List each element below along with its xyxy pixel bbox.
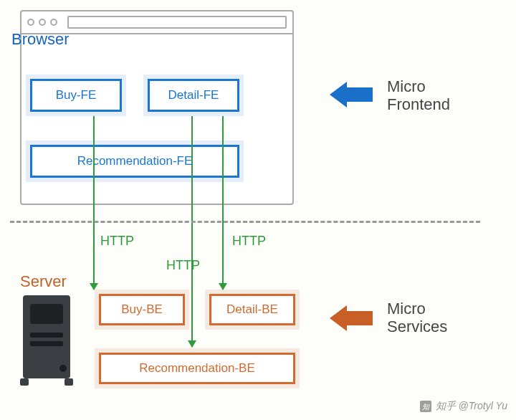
svg-rect-4 [30, 341, 63, 346]
zhihu-icon: 知 [420, 401, 431, 412]
server-tower-icon [20, 294, 77, 387]
arrow-left-icon [330, 305, 373, 331]
recommendation-backend-box: Recommendation-BE [99, 353, 295, 384]
svg-marker-0 [330, 82, 373, 108]
browser-title: Browser [11, 30, 70, 49]
window-dot-icon [27, 19, 34, 26]
recommendation-frontend-box: Recommendation-FE [30, 145, 239, 178]
arrow-left-icon [330, 82, 373, 108]
buy-backend-box: Buy-BE [99, 294, 185, 325]
svg-text:知: 知 [422, 403, 430, 411]
svg-rect-3 [30, 333, 63, 338]
detail-frontend-box: Detail-FE [148, 79, 239, 112]
http-arrow-icon [222, 116, 224, 290]
http-label: HTTP [166, 258, 200, 273]
micro-services-label-line1: Micro [387, 300, 426, 318]
micro-frontend-label: Micro Frontend [387, 77, 450, 114]
buy-frontend-box: Buy-FE [30, 79, 122, 112]
http-arrow-icon [191, 116, 193, 347]
micro-frontend-label-line2: Frontend [387, 95, 450, 113]
svg-rect-2 [30, 304, 63, 324]
micro-frontend-label-line1: Micro [387, 77, 426, 95]
window-controls [27, 19, 57, 26]
http-label: HTTP [232, 234, 266, 249]
server-title: Server [20, 272, 67, 291]
svg-point-5 [59, 365, 67, 372]
window-dot-icon [50, 19, 57, 26]
http-arrow-icon [93, 116, 95, 290]
micro-services-label: Micro Services [387, 300, 447, 336]
detail-backend-box: Detail-BE [209, 294, 295, 325]
divider-line [10, 221, 480, 223]
http-label: HTTP [100, 234, 134, 249]
url-bar [67, 16, 287, 29]
window-dot-icon [39, 19, 46, 26]
svg-rect-6 [20, 378, 29, 386]
watermark: 知 知乎 @Trotyl Yu [420, 400, 507, 413]
svg-rect-7 [64, 378, 73, 386]
watermark-text: 知乎 @Trotyl Yu [436, 400, 507, 413]
micro-services-label-line2: Services [387, 318, 447, 335]
svg-marker-8 [330, 305, 373, 331]
